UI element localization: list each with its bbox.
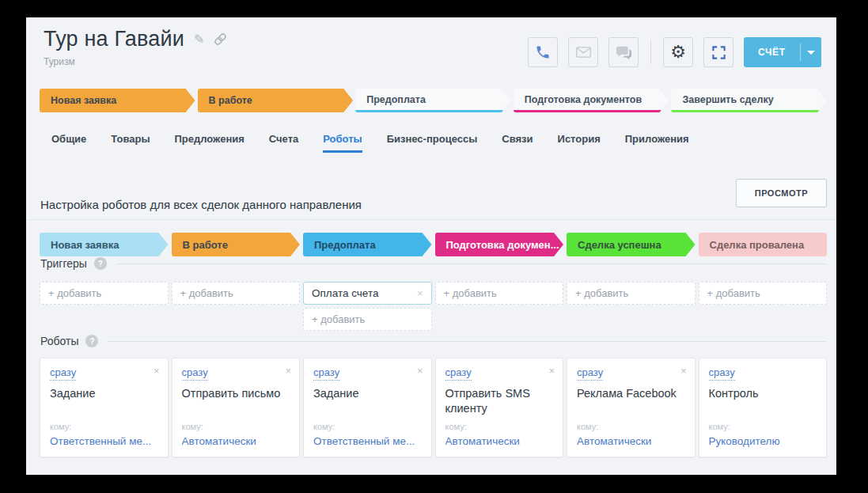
close-icon[interactable]: × (285, 366, 291, 376)
trigger-item[interactable]: Оплата счета × (303, 282, 432, 305)
status-stage[interactable]: Завершить сделку (671, 89, 827, 112)
lead-status-pipeline: Новая заявка В работе Предоплата Подгото… (40, 89, 827, 112)
robot-when-link[interactable]: сразу (577, 366, 603, 381)
pipeline-stage[interactable]: Новая заявка (40, 233, 169, 256)
robot-to-label: кому: (50, 422, 158, 431)
add-trigger-button[interactable]: + добавить (567, 282, 696, 305)
robot-to-value[interactable]: Автоматически (182, 435, 290, 447)
status-stage[interactable]: Предоплата (355, 89, 511, 112)
help-icon[interactable]: ? (85, 335, 98, 347)
invoice-dropdown[interactable] (801, 37, 821, 67)
chat-button[interactable] (608, 37, 639, 67)
tab-obshchie[interactable]: Общие (51, 133, 86, 153)
tab-prilozheniya[interactable]: Приложения (625, 133, 689, 153)
lead-tabs: Общие Товары Предложения Счета Роботы Би… (51, 133, 689, 153)
robots-grid: сразу × Задание кому: Ответственный ме..… (40, 358, 827, 457)
robot-title: Отправить письмо (182, 386, 290, 401)
chat-bubbles-icon (616, 45, 632, 60)
header-actions: ⚙ СЧЁТ (528, 37, 821, 67)
gear-icon: ⚙ (670, 44, 686, 61)
robot-to-value[interactable]: Руководителю (709, 435, 817, 447)
call-button[interactable] (528, 37, 558, 67)
pipeline-stage[interactable]: Предоплата (303, 233, 432, 256)
robots-header: Роботы ? (40, 335, 827, 347)
divider-line (108, 341, 827, 342)
invoice-button[interactable]: СЧЁТ (744, 37, 821, 67)
tab-predlozheniya[interactable]: Предложения (175, 133, 244, 153)
lead-header: Тур на Гавайи ✎ Туризм (44, 27, 227, 67)
tab-roboty[interactable]: Роботы (323, 133, 362, 153)
status-stage[interactable]: Новая заявка (40, 89, 195, 112)
robot-to-label: кому: (182, 422, 290, 431)
robot-title: Реклама Facebook (577, 386, 685, 401)
divider-line (116, 264, 827, 264)
robot-to-value[interactable]: Ответственный ме... (50, 435, 158, 447)
link-icon[interactable] (214, 32, 227, 46)
robot-card[interactable]: сразу × Задание кому: Ответственный ме..… (303, 358, 432, 457)
pipeline-stage[interactable]: Сделка провалена (699, 233, 828, 256)
close-icon[interactable]: × (417, 288, 423, 298)
tab-tovary[interactable]: Товары (111, 133, 150, 153)
robot-when-link[interactable]: сразу (445, 366, 472, 381)
robot-card[interactable]: сразу × Задание кому: Ответственный ме..… (40, 358, 169, 457)
robots-label: Роботы (40, 335, 78, 347)
robot-to-label: кому: (709, 422, 817, 431)
edit-pencil-icon[interactable]: ✎ (194, 32, 204, 47)
robot-when-link[interactable]: сразу (182, 366, 208, 381)
robot-title: Контроль (709, 386, 817, 401)
robots-pipeline: Новая заявка В работе Предоплата Подгото… (40, 233, 827, 256)
fullscreen-icon (711, 45, 726, 60)
status-stage[interactable]: Подготовка документов (514, 89, 669, 112)
envelope-icon (575, 45, 592, 59)
close-icon[interactable]: × (154, 366, 160, 376)
tab-istoriya[interactable]: История (558, 133, 601, 153)
tab-biznes-protsessy[interactable]: Бизнес-процессы (387, 133, 478, 153)
email-button[interactable] (568, 37, 598, 67)
add-trigger-button[interactable]: + добавить (172, 282, 301, 305)
robot-when-link[interactable]: сразу (313, 366, 339, 381)
robot-card[interactable]: сразу × Реклама Facebook кому: Автоматич… (567, 358, 696, 457)
add-trigger-button[interactable]: + добавить (40, 282, 169, 305)
triggers-header: Триггеры ? (40, 257, 827, 270)
robot-to-value[interactable]: Автоматически (445, 435, 554, 447)
close-icon[interactable]: × (680, 366, 687, 376)
robot-when-link[interactable]: сразу (709, 366, 735, 381)
pipeline-name-label: Туризм (44, 56, 227, 67)
add-trigger-button[interactable]: + добавить (435, 282, 564, 305)
add-trigger-button[interactable]: + добавить (699, 282, 828, 305)
robot-card[interactable]: сразу × Отправить письмо кому: Автоматич… (172, 358, 301, 457)
robot-to-label: кому: (577, 422, 685, 431)
robot-when-link[interactable]: сразу (50, 366, 76, 381)
close-icon[interactable]: × (417, 366, 423, 376)
header-divider (650, 40, 651, 64)
tab-scheta[interactable]: Счета (269, 133, 298, 153)
robot-title: Задание (50, 386, 158, 401)
status-stage[interactable]: В работе (198, 89, 354, 112)
fullscreen-button[interactable] (703, 37, 733, 67)
trigger-column: Оплата счета × + добавить (303, 282, 432, 331)
page-title: Тур на Гавайи (44, 27, 184, 51)
settings-button[interactable]: ⚙ (663, 37, 693, 67)
help-icon[interactable]: ? (94, 257, 107, 270)
tab-svyazi[interactable]: Связи (502, 133, 533, 153)
invoice-button-label: СЧЁТ (744, 37, 800, 67)
close-icon[interactable]: × (548, 366, 555, 376)
pipeline-stage[interactable]: В работе (172, 233, 301, 256)
robot-card[interactable]: сразу × Отправить SMS клиенту кому: Авто… (435, 358, 564, 457)
pipeline-stage[interactable]: Подготовка докумен... (435, 233, 564, 256)
robot-to-value[interactable]: Ответственный ме... (313, 435, 422, 447)
triggers-label: Триггеры (40, 257, 87, 270)
robot-title: Отправить SMS клиенту (445, 386, 554, 416)
trigger-value: Оплата счета (312, 287, 378, 299)
add-trigger-button[interactable]: + добавить (303, 308, 432, 331)
robot-to-label: кому: (313, 422, 422, 431)
robot-card[interactable]: сразу Контроль кому: Руководителю (699, 358, 828, 457)
robot-to-label: кому: (445, 422, 554, 431)
pipeline-stage[interactable]: Сделка успешна (567, 233, 696, 256)
triggers-grid: + добавить + добавить Оплата счета × + д… (40, 282, 827, 331)
section-divider (26, 219, 836, 220)
robot-to-value[interactable]: Автоматически (577, 435, 685, 447)
app-frame: Тур на Гавайи ✎ Туризм ⚙ СЧЁТ (26, 17, 836, 475)
view-button[interactable]: ПРОСМОТР (736, 179, 827, 207)
robot-title: Задание (313, 386, 422, 401)
